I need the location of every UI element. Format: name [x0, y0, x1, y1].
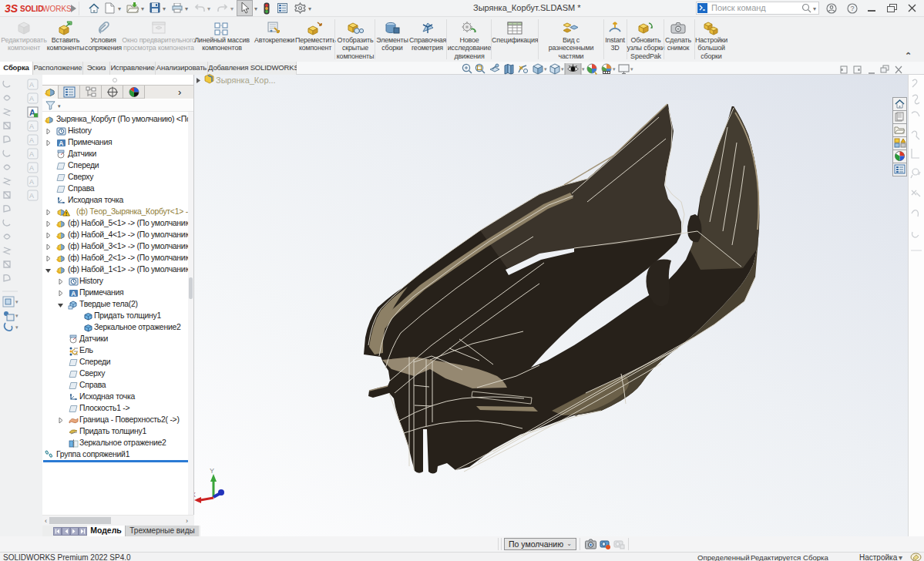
- svg-text:!: !: [66, 211, 67, 217]
- svg-text:Зырянка_Кор...: Зырянка_Кор...: [216, 76, 276, 85]
- svg-text:Y: Y: [210, 467, 214, 475]
- svg-text:A: A: [71, 290, 76, 297]
- svg-text:A: A: [59, 139, 63, 147]
